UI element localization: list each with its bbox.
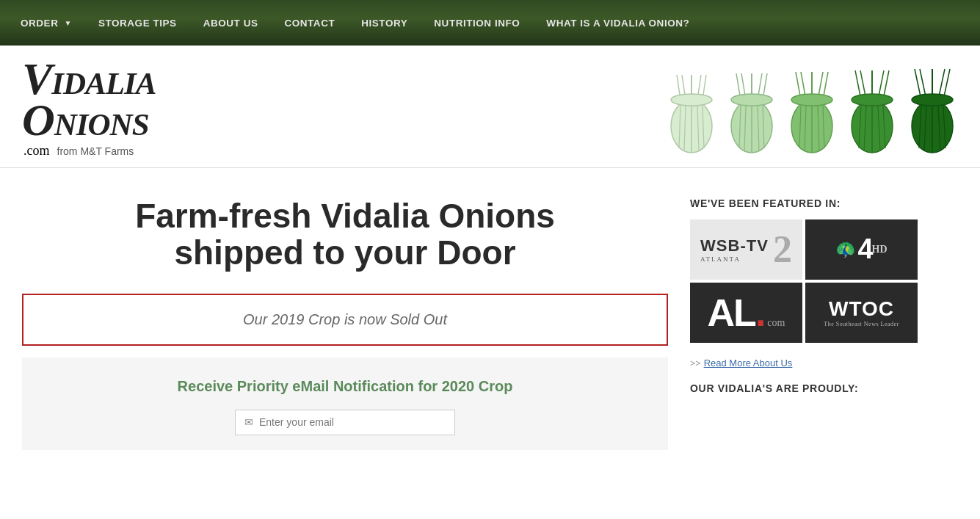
hero-heading-line2: shipped to your Door (174, 233, 515, 272)
logo-text: VidaliaOnions (22, 59, 156, 141)
wtoc-logo: WTOC The Southeast News Leader (805, 283, 918, 343)
nav-item-nutrition-info[interactable]: NUTRITION INFO (421, 0, 533, 46)
navigation: ORDER▼STORAGE TIPSABOUT USCONTACTHISTORY… (0, 0, 980, 46)
onion-icon-5: .o5{fill:#1a6815;stroke:#0e5010;stroke-w… (907, 60, 958, 156)
onion-icon-1: .o1{fill:#d8ecd0;stroke:#b0c8a8;stroke-w… (666, 60, 717, 156)
onion-icon-4: .o4{fill:#3a9030;stroke:#2a7020;stroke-w… (846, 60, 898, 156)
channel4-hd: HD (872, 244, 888, 255)
dropdown-arrow-order: ▼ (64, 19, 71, 27)
nav-item-about-us[interactable]: ABOUT US (190, 0, 272, 46)
onion-decorations: .o1{fill:#d8ecd0;stroke:#b0c8a8;stroke-w… (666, 60, 958, 156)
sold-out-box: Our 2019 Crop is now Sold Out (22, 294, 668, 346)
site-header: VidaliaOnions .com from M&T Farms .o1{fi… (0, 46, 980, 168)
wsb-logo: WSB-TV ATLANTA 2 (690, 219, 802, 280)
al-logo: AL. com (690, 283, 802, 343)
al-com: com (767, 317, 785, 328)
onion-icon-2: .o2{fill:#b8dcac;stroke:#90b888;stroke-w… (726, 60, 777, 156)
read-more-arrow: >> (690, 358, 701, 369)
hero-heading: Farm-fresh Vidalia Onions shipped to you… (22, 197, 668, 272)
email-input-row[interactable]: ✉ (235, 410, 455, 435)
nav-item-storage-tips[interactable]: STORAGE TIPS (85, 0, 190, 46)
email-icon: ✉ (244, 416, 253, 429)
wsb-atlanta: ATLANTA (700, 255, 769, 263)
featured-label: WE'VE BEEN FEATURED IN: (690, 197, 918, 209)
wtoc-text: WTOC (829, 297, 894, 321)
read-more-row: >> Read More About Us (690, 356, 918, 369)
onion-icon-3: .o3{fill:#80c070;stroke:#60a050;stroke-w… (786, 60, 838, 156)
logo-sub: from M&T Farms (57, 146, 134, 156)
sold-out-text: Our 2019 Crop is now Sold Out (243, 311, 447, 327)
svg-point-30 (791, 94, 832, 106)
svg-point-6 (671, 94, 712, 106)
wsb-number: 2 (773, 231, 792, 269)
channel4-text: 4 (857, 233, 871, 265)
logo-com: .com (23, 144, 50, 157)
sidebar: WE'VE BEEN FEATURED IN: WSB-TV ATLANTA 2… (690, 197, 918, 450)
our-vidalia-label: OUR VIDALIA'S ARE PROUDLY: (690, 382, 918, 394)
channel4-logo: 🦚 4 HD (805, 219, 918, 280)
al-text: AL. (708, 291, 765, 334)
email-notification-box: Receive Priority eMail Notification for … (22, 358, 668, 450)
wtoc-sub: The Southeast News Leader (824, 321, 899, 327)
hero-heading-line1: Farm-fresh Vidalia Onions (135, 197, 555, 235)
nav-item-what-is[interactable]: WHAT IS A VIDALIA ONION? (533, 0, 703, 46)
email-input[interactable] (259, 416, 446, 428)
svg-point-18 (731, 94, 772, 106)
logo: VidaliaOnions .com from M&T Farms (22, 59, 156, 157)
read-more-link[interactable]: Read More About Us (704, 358, 793, 369)
nav-item-history[interactable]: HISTORY (348, 0, 421, 46)
svg-point-42 (852, 94, 893, 106)
main-content-area: Farm-fresh Vidalia Onions shipped to you… (22, 197, 668, 450)
nav-item-order[interactable]: ORDER▼ (7, 0, 85, 46)
featured-logos: WSB-TV ATLANTA 2 🦚 4 HD AL. com (690, 219, 918, 343)
nbc-icon: 🦚 (835, 240, 855, 259)
wsb-text: WSB-TV (700, 236, 769, 255)
email-notif-heading: Receive Priority eMail Notification for … (37, 378, 653, 395)
nav-item-contact[interactable]: CONTACT (271, 0, 348, 46)
svg-point-54 (912, 94, 953, 106)
